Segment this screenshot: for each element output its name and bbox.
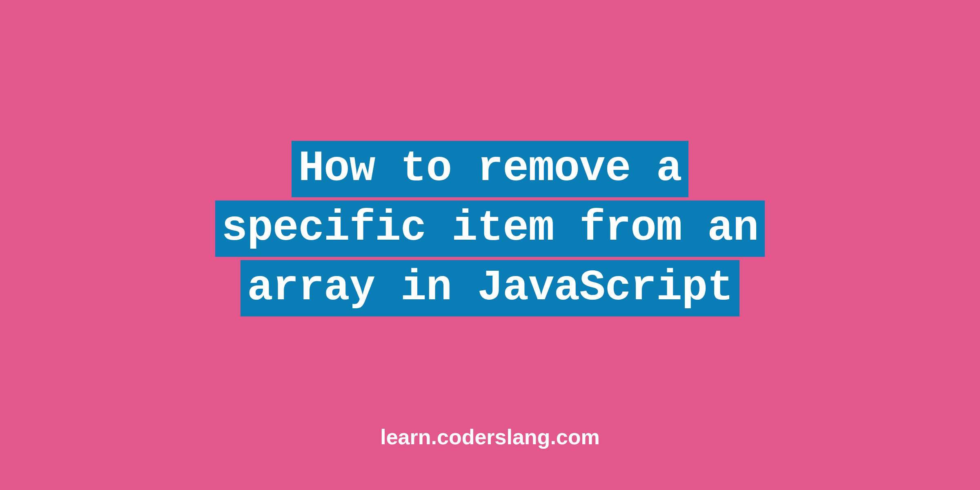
title-line-3: array in JavaScript bbox=[241, 260, 739, 316]
title-line-2: specific item from an bbox=[215, 200, 765, 257]
footer-url: learn.coderslang.com bbox=[380, 425, 600, 449]
title-line-1: How to remove a bbox=[292, 141, 688, 197]
title-container: How to remove a specific item from an ar… bbox=[215, 139, 765, 318]
